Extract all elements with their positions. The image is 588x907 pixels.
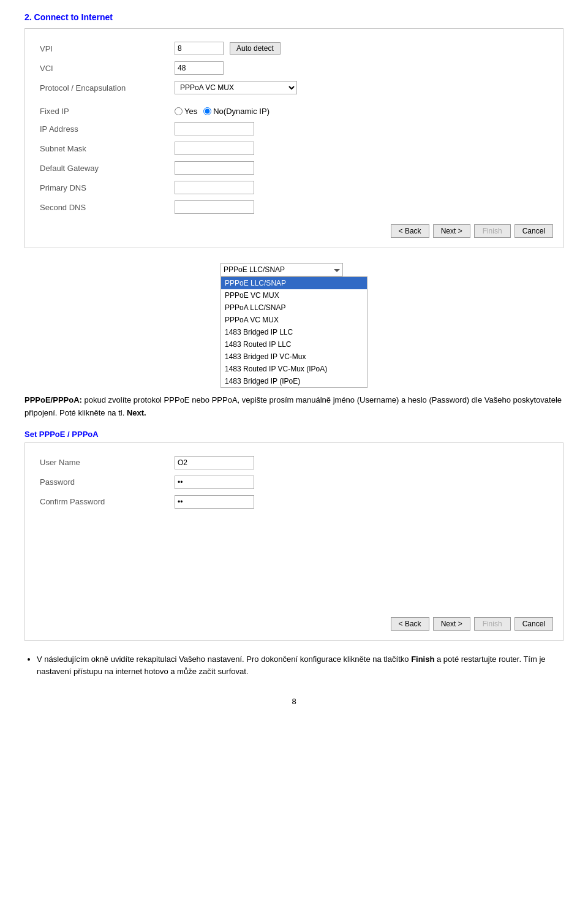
- user-name-label: User Name: [35, 453, 170, 472]
- section2-title: 2. Connect to Internet: [24, 12, 564, 22]
- fixed-ip-radio-group: Yes No(Dynamic IP): [175, 107, 548, 116]
- vpi-input[interactable]: [175, 42, 224, 55]
- spacer-row: [35, 97, 553, 104]
- protocol-dropdown-popup: PPPoE LLC/SNAP PPPoE LLC/SNAP PPPoE VC M…: [221, 263, 368, 388]
- fixed-ip-yes-radio[interactable]: [175, 107, 183, 115]
- vci-input[interactable]: [175, 61, 224, 75]
- ip-address-row: IP Address: [35, 119, 553, 139]
- back-button-2[interactable]: < Back: [391, 617, 429, 631]
- password-input[interactable]: [175, 476, 254, 489]
- dropdown-list: PPPoE LLC/SNAP PPPoE VC MUX PPPoA LLC/SN…: [221, 276, 368, 388]
- next-button-2[interactable]: Next >: [433, 617, 470, 631]
- dropdown-item-5[interactable]: 1483 Routed IP LLC: [221, 338, 367, 351]
- back-button-1[interactable]: < Back: [391, 224, 429, 238]
- vpi-label: VPI: [35, 39, 170, 58]
- connect-to-internet-box: VPI Auto detect VCI Protocol / Encapsula…: [24, 28, 564, 248]
- dropdown-item-8[interactable]: 1483 Bridged IP (IPoE): [221, 375, 367, 387]
- next-bold: Next.: [127, 408, 146, 417]
- protocol-select[interactable]: PPPoA VC MUX: [175, 81, 297, 94]
- fixed-ip-no-label[interactable]: No(Dynamic IP): [203, 107, 270, 116]
- primary-dns-label: Primary DNS: [35, 178, 170, 197]
- subnet-mask-input[interactable]: [175, 142, 254, 155]
- bullet-list: V následujícím okně uvidíte rekapitulaci…: [24, 653, 564, 679]
- password-label: Password: [35, 472, 170, 492]
- subnet-mask-label: Subnet Mask: [35, 139, 170, 158]
- protocol-row: Protocol / Encapsulation PPPoA VC MUX: [35, 78, 553, 97]
- ip-address-label: IP Address: [35, 119, 170, 139]
- dropdown-item-3[interactable]: PPPoA VC MUX: [221, 314, 367, 326]
- pppoe-bold-label: PPPoE/PPPoA:: [24, 395, 82, 404]
- pppoe-form-table: User Name Password Confirm Password: [35, 453, 553, 512]
- page-number: 8: [24, 697, 564, 706]
- dropdown-item-0[interactable]: PPPoE LLC/SNAP: [221, 277, 367, 289]
- second-dns-row: Second DNS: [35, 197, 553, 217]
- chevron-down-icon: [331, 265, 340, 274]
- vci-label: VCI: [35, 58, 170, 78]
- vpi-row: VPI Auto detect: [35, 39, 553, 58]
- primary-dns-row: Primary DNS: [35, 178, 553, 197]
- finish-bold: Finish: [411, 655, 434, 664]
- cancel-button-1[interactable]: Cancel: [514, 224, 553, 238]
- dropdown-item-1[interactable]: PPPoE VC MUX: [221, 289, 367, 302]
- dropdown-item-4[interactable]: 1483 Bridged IP LLC: [221, 326, 367, 338]
- fixed-ip-no-radio[interactable]: [203, 107, 211, 115]
- vci-row: VCI: [35, 58, 553, 78]
- user-name-input[interactable]: [175, 456, 254, 469]
- default-gateway-input[interactable]: [175, 161, 254, 175]
- dropdown-header[interactable]: PPPoE LLC/SNAP: [221, 263, 343, 276]
- connection-form-table: VPI Auto detect VCI Protocol / Encapsula…: [35, 39, 553, 217]
- protocol-label: Protocol / Encapsulation: [35, 78, 170, 97]
- confirm-password-row: Confirm Password: [35, 492, 553, 512]
- finish-button-2[interactable]: Finish: [474, 617, 511, 631]
- pppoe-description: PPPoE/PPPoA: pokud zvolíte protokol PPPo…: [24, 394, 564, 420]
- auto-detect-button[interactable]: Auto detect: [230, 42, 281, 55]
- fixed-ip-row: Fixed IP Yes No(Dynamic IP): [35, 104, 553, 119]
- confirm-password-input[interactable]: [175, 495, 254, 509]
- pppoe-section-title: Set PPPoE / PPPoA: [24, 430, 564, 439]
- cancel-button-2[interactable]: Cancel: [514, 617, 553, 631]
- user-name-row: User Name: [35, 453, 553, 472]
- pppoe-description-text: pokud zvolíte protokol PPPoE nebo PPPoA,…: [24, 395, 562, 417]
- primary-dns-input[interactable]: [175, 181, 254, 194]
- next-button-1[interactable]: Next >: [433, 224, 470, 238]
- confirm-password-label: Confirm Password: [35, 492, 170, 512]
- button-row-1: < Back Next > Finish Cancel: [35, 224, 553, 238]
- pppoe-form-box: User Name Password Confirm Password < Ba…: [24, 442, 564, 641]
- dropdown-item-2[interactable]: PPPoA LLC/SNAP: [221, 302, 367, 314]
- password-row: Password: [35, 472, 553, 492]
- default-gateway-label: Default Gateway: [35, 158, 170, 178]
- bullet-item-0: V následujícím okně uvidíte rekapitulaci…: [37, 653, 564, 679]
- dropdown-item-6[interactable]: 1483 Bridged IP VC-Mux: [221, 351, 367, 363]
- default-gateway-row: Default Gateway: [35, 158, 553, 178]
- second-dns-input[interactable]: [175, 200, 254, 214]
- dropdown-item-7[interactable]: 1483 Routed IP VC-Mux (IPoA): [221, 363, 367, 375]
- ip-address-input[interactable]: [175, 122, 254, 135]
- second-dns-label: Second DNS: [35, 197, 170, 217]
- fixed-ip-yes-label[interactable]: Yes: [175, 107, 197, 116]
- fixed-ip-label: Fixed IP: [35, 104, 170, 119]
- button-row-2: < Back Next > Finish Cancel: [35, 617, 553, 631]
- finish-button-1[interactable]: Finish: [474, 224, 511, 238]
- subnet-mask-row: Subnet Mask: [35, 139, 553, 158]
